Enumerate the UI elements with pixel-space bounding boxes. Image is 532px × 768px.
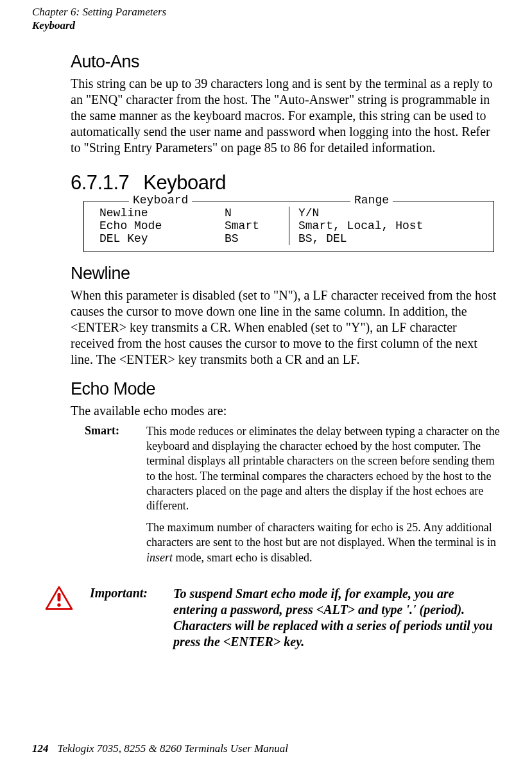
newline-heading: Newline xyxy=(71,264,500,284)
svg-point-1 xyxy=(57,603,60,606)
echo-mode-definitions: Smart: This mode reduces or eliminates t… xyxy=(71,424,500,572)
param-range: BS, DEL xyxy=(289,232,485,245)
svg-rect-0 xyxy=(58,593,61,602)
main-content: Auto-Ans This string can be up to 39 cha… xyxy=(71,52,500,651)
echo-mode-smart-row: Smart: This mode reduces or eliminates t… xyxy=(71,424,500,572)
important-note: Important: To suspend Smart echo mode if… xyxy=(45,586,500,650)
echo-mode-intro: The available echo modes are: xyxy=(71,403,500,419)
keyboard-section-heading: 6.7.1.7Keyboard xyxy=(71,171,500,194)
legend-keyboard: Keyboard xyxy=(129,194,192,207)
chapter-label: Chapter 6: Setting Parameters xyxy=(32,5,500,19)
param-name: Echo Mode xyxy=(93,219,218,232)
param-name: Newline xyxy=(93,207,218,219)
smart-label: Smart: xyxy=(71,424,146,438)
warning-icon xyxy=(45,586,90,614)
keyboard-param-table: Newline N Y/N Echo Mode Smart Smart, Loc… xyxy=(93,207,485,245)
topic-label: Keyboard xyxy=(32,19,500,32)
table-row: Echo Mode Smart Smart, Local, Host xyxy=(93,219,485,232)
smart-p2-pre: The maximum number of characters waiting… xyxy=(146,521,496,549)
param-value: N xyxy=(218,207,289,219)
param-value: Smart xyxy=(218,219,289,232)
important-text: To suspend Smart echo mode if, for examp… xyxy=(173,586,500,650)
legend-range: Range xyxy=(350,194,393,207)
newline-body: When this parameter is disabled (set to … xyxy=(71,287,500,368)
smart-p2: The maximum number of characters waiting… xyxy=(146,520,500,565)
param-value: BS xyxy=(218,232,289,245)
echo-mode-heading: Echo Mode xyxy=(71,379,500,399)
auto-ans-heading: Auto-Ans xyxy=(71,52,500,72)
section-title: Keyboard xyxy=(143,171,226,194)
smart-p1: This mode reduces or eliminates the dela… xyxy=(146,424,500,514)
auto-ans-body: This string can be up to 39 characters l… xyxy=(71,76,500,156)
smart-body: This mode reduces or eliminates the dela… xyxy=(146,424,500,572)
param-range: Y/N xyxy=(289,207,485,219)
page: Chapter 6: Setting Parameters Keyboard A… xyxy=(0,0,532,768)
table-row: DEL Key BS BS, DEL xyxy=(93,232,485,245)
param-name: DEL Key xyxy=(93,232,218,245)
footer: 124Teklogix 7035, 8255 & 8260 Terminals … xyxy=(32,742,500,755)
smart-p2-em: insert xyxy=(146,551,173,564)
footer-title: Teklogix 7035, 8255 & 8260 Terminals Use… xyxy=(58,742,289,755)
keyboard-fieldset: Keyboard Range Newline N Y/N Echo Mode S… xyxy=(83,201,494,252)
param-range: Smart, Local, Host xyxy=(289,219,485,232)
important-label: Important: xyxy=(90,586,173,601)
running-head: Chapter 6: Setting Parameters Keyboard xyxy=(32,5,500,33)
table-row: Newline N Y/N xyxy=(93,207,485,219)
keyboard-table-wrap: Keyboard Range Newline N Y/N Echo Mode S… xyxy=(83,201,494,252)
section-number: 6.7.1.7 xyxy=(71,171,129,194)
page-number: 124 xyxy=(32,742,49,755)
smart-p2-post: mode, smart echo is disabled. xyxy=(173,551,312,564)
